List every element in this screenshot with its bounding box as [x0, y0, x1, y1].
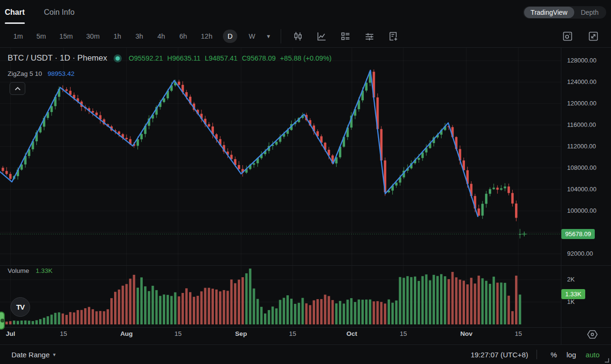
- time-tick-label-jul: Jul: [6, 330, 15, 337]
- symbol-title[interactable]: BTC / USDT · 1D · Phemex: [8, 53, 107, 63]
- last-price-marker: [522, 232, 527, 237]
- ohlc-low: L94857.41: [205, 54, 238, 62]
- more-timeframes-caret-icon[interactable]: ▼: [266, 33, 271, 39]
- indicator-legend-row[interactable]: ZigZag 5 10 98953.42: [8, 70, 74, 77]
- candles-layer: [2, 70, 521, 239]
- chart-settings-icon[interactable]: [361, 29, 378, 44]
- bottom-bar-divider: [537, 350, 537, 359]
- symbol-legend-row: BTC / USDT · 1D · Phemex O95592.21 H9663…: [8, 53, 336, 63]
- chart-canvas[interactable]: [0, 48, 611, 344]
- auto-scale-button[interactable]: auto: [586, 351, 600, 359]
- view-toggle-group: TradingView Depth: [523, 6, 606, 19]
- grid-lines: [0, 48, 561, 327]
- time-axis-border: [0, 327, 611, 328]
- timeframe-row: 1m5m15m30m1h3h4h6h12hDW: [7, 30, 263, 43]
- resize-corner-icon[interactable]: [605, 358, 609, 363]
- price-tick-label: 120000.00: [567, 100, 596, 107]
- zigzag-line: [0, 70, 478, 217]
- chevron-down-icon: ▾: [53, 352, 56, 358]
- time-tick-label-sep: Sep: [235, 330, 247, 337]
- time-tick-label-nov: Nov: [460, 330, 473, 337]
- date-range-button[interactable]: Date Range ▾: [11, 351, 56, 359]
- market-status-dot-icon: [114, 54, 122, 62]
- time-tick-label-oct: Oct: [347, 330, 358, 337]
- depth-toggle-label: Depth: [581, 9, 599, 16]
- candlestick-style-icon[interactable]: [289, 29, 306, 44]
- bottom-status-bar: Date Range ▾ 19:27:07 (UTC+8) % log auto: [0, 344, 611, 364]
- toolbar-right-icons: [555, 29, 606, 44]
- time-tick-label-15: 15: [400, 330, 407, 337]
- toolbar-divider: [281, 29, 281, 43]
- timeframe-button-15m[interactable]: 15m: [56, 30, 75, 43]
- timezone-settings-icon[interactable]: [586, 329, 599, 340]
- timeframe-button-5m[interactable]: 5m: [33, 30, 49, 43]
- price-tick-label: 104000.00: [567, 186, 596, 193]
- side-widget-handle[interactable]: [0, 312, 5, 330]
- current-price-badge: 95678.09: [561, 229, 595, 239]
- volume-tick-label: 1K: [567, 298, 575, 305]
- time-tick-label-15: 15: [289, 330, 296, 337]
- timeframe-button-4h[interactable]: 4h: [154, 30, 169, 43]
- volume-legend-row[interactable]: Volume 1.33K: [8, 267, 53, 274]
- tab-chart-label: Chart: [5, 8, 25, 17]
- clock-timezone-button[interactable]: 19:27:07 (UTC+8): [471, 351, 528, 359]
- tradingview-logo[interactable]: TV: [11, 297, 30, 317]
- top-tab-bar: Chart Coin Info TradingView Depth: [0, 0, 611, 25]
- fullscreen-icon[interactable]: [585, 29, 602, 44]
- price-tick-label: 128000.00: [567, 57, 596, 64]
- timeframe-button-1m[interactable]: 1m: [11, 30, 26, 43]
- price-axis-border: [561, 48, 561, 344]
- time-tick-label-15: 15: [60, 330, 67, 337]
- indicator-value: 98953.42: [48, 70, 74, 77]
- pane-divider[interactable]: [0, 265, 611, 266]
- timeframe-button-D[interactable]: D: [223, 30, 237, 43]
- volume-bars-layer: [2, 269, 521, 324]
- time-tick-label-15: 15: [174, 330, 181, 337]
- chart-toolbar: 1m5m15m30m1h3h4h6h12hDW ▼: [0, 25, 611, 48]
- price-tick-label: 100000.00: [567, 207, 596, 214]
- collapse-legend-button[interactable]: [10, 82, 25, 95]
- bottom-bar-right-group: 19:27:07 (UTC+8) % log auto: [471, 350, 604, 359]
- time-tick-label-15: 15: [515, 330, 522, 337]
- price-tick-label: 116000.00: [567, 121, 596, 128]
- tab-chart[interactable]: Chart: [5, 0, 25, 25]
- price-tick-label: 92000.00: [567, 250, 593, 257]
- percent-scale-button[interactable]: %: [550, 351, 557, 359]
- active-tab-underline: [5, 22, 25, 24]
- timeframe-button-3h[interactable]: 3h: [132, 30, 147, 43]
- ohlc-high: H96635.11: [167, 54, 200, 62]
- price-tick-label: 124000.00: [567, 78, 596, 85]
- indicator-templates-icon[interactable]: [337, 29, 354, 44]
- price-tick-label: 108000.00: [567, 164, 596, 171]
- indicators-icon[interactable]: [313, 29, 330, 44]
- ohlc-change: +85.88 (+0.09%): [280, 54, 332, 62]
- timeframe-button-1h[interactable]: 1h: [110, 30, 125, 43]
- tab-coin-info-label: Coin Info: [44, 8, 74, 17]
- note-add-icon[interactable]: [385, 29, 402, 44]
- volume-value: 1.33K: [36, 267, 53, 274]
- ohlc-open: O95592.21: [128, 54, 163, 62]
- volume-label: Volume: [8, 267, 29, 274]
- depth-toggle-button[interactable]: Depth: [574, 7, 605, 18]
- timeframe-button-30m[interactable]: 30m: [84, 30, 103, 43]
- indicator-name: ZigZag 5 10: [8, 70, 42, 77]
- current-volume-badge: 1.33K: [561, 289, 585, 299]
- volume-tick-label: 2K: [567, 276, 575, 283]
- trading-app-window: Chart Coin Info TradingView Depth 1m5m15…: [0, 0, 611, 364]
- tab-coin-info[interactable]: Coin Info: [44, 0, 74, 25]
- date-range-label: Date Range: [11, 351, 50, 359]
- tradingview-toggle-label: TradingView: [531, 9, 568, 16]
- timeframe-button-12h[interactable]: 12h: [198, 30, 215, 43]
- tradingview-toggle-button[interactable]: TradingView: [524, 7, 574, 18]
- log-scale-button[interactable]: log: [567, 351, 576, 359]
- price-tick-label: 112000.00: [567, 143, 596, 150]
- time-tick-label-aug: Aug: [120, 330, 133, 337]
- timeframe-button-W[interactable]: W: [245, 30, 259, 43]
- chevron-up-icon: [15, 87, 21, 91]
- timeframe-button-6h[interactable]: 6h: [176, 30, 190, 43]
- ohlc-close: C95678.09: [242, 54, 276, 62]
- snapshot-icon[interactable]: [559, 29, 576, 44]
